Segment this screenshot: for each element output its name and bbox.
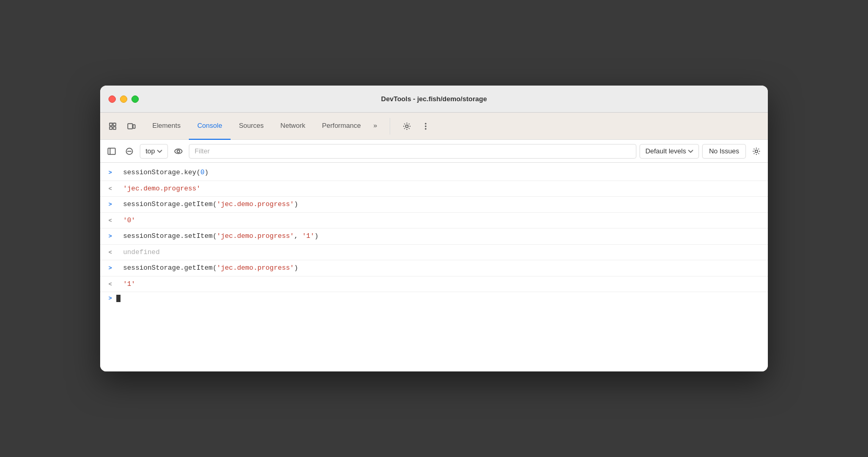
- console-line[interactable]: >sessionStorage.setItem('jec.demo.progre…: [100, 228, 768, 245]
- console-line[interactable]: <'jec.demo.progress': [100, 181, 768, 197]
- no-issues-button[interactable]: No Issues: [702, 144, 746, 159]
- levels-chevron-icon: [688, 150, 693, 153]
- console-output: >sessionStorage.key(0)<'jec.demo.progres…: [100, 163, 768, 371]
- console-line[interactable]: >sessionStorage.key(0): [100, 165, 768, 181]
- context-selector[interactable]: top: [140, 144, 168, 159]
- settings-button[interactable]: [399, 118, 415, 135]
- svg-rect-2: [110, 127, 112, 129]
- svg-rect-6: [133, 125, 135, 128]
- code-content: sessionStorage.getItem('jec.demo.progres…: [123, 263, 298, 273]
- svg-rect-3: [113, 127, 116, 129]
- clear-console-button[interactable]: [122, 144, 137, 159]
- console-line[interactable]: <'1': [100, 276, 768, 293]
- svg-point-17: [755, 150, 758, 152]
- close-button[interactable]: [108, 95, 116, 103]
- console-toolbar: top Default levels No Issues: [100, 140, 768, 163]
- cursor-prompt: >: [108, 295, 112, 302]
- svg-rect-5: [128, 124, 132, 129]
- console-line[interactable]: <undefined: [100, 245, 768, 261]
- tab-elements[interactable]: Elements: [144, 113, 189, 140]
- window-title: DevTools - jec.fish/demo/storage: [381, 95, 487, 103]
- tab-console[interactable]: Console: [189, 113, 231, 140]
- filter-input[interactable]: [189, 144, 636, 159]
- chevron-down-icon: [157, 150, 162, 153]
- console-cursor-line[interactable]: >: [100, 292, 768, 305]
- context-value: top: [146, 147, 155, 155]
- tab-sources[interactable]: Sources: [231, 113, 272, 140]
- code-content: sessionStorage.key(0): [123, 167, 209, 178]
- output-arrow: <: [108, 217, 119, 225]
- input-arrow: >: [108, 169, 119, 177]
- tab-bar-actions: [390, 118, 434, 135]
- levels-label: Default levels: [645, 147, 686, 155]
- sidebar-toggle-button[interactable]: [104, 144, 119, 159]
- code-content: sessionStorage.getItem('jec.demo.progres…: [123, 199, 298, 210]
- console-line[interactable]: <'0': [100, 213, 768, 229]
- code-content: sessionStorage.setItem('jec.demo.progres…: [123, 231, 319, 242]
- svg-rect-11: [108, 148, 115, 154]
- svg-point-8: [425, 123, 426, 124]
- cursor: [116, 295, 120, 302]
- tab-network[interactable]: Network: [272, 113, 314, 140]
- minimize-button[interactable]: [120, 95, 127, 103]
- more-options-button[interactable]: [417, 118, 434, 135]
- live-expressions-button[interactable]: [171, 144, 186, 159]
- no-issues-label: No Issues: [709, 147, 739, 155]
- console-line[interactable]: >sessionStorage.getItem('jec.demo.progre…: [100, 197, 768, 213]
- code-content: '1': [123, 279, 135, 290]
- tab-bar: Elements Console Sources Network Perform…: [100, 113, 768, 140]
- inspect-element-button[interactable]: [104, 118, 121, 135]
- title-bar: DevTools - jec.fish/demo/storage: [100, 86, 768, 113]
- output-arrow: <: [108, 280, 119, 289]
- maximize-button[interactable]: [131, 95, 139, 103]
- svg-point-7: [405, 125, 408, 127]
- traffic-lights: [108, 95, 139, 103]
- tab-performance[interactable]: Performance: [314, 113, 369, 140]
- log-levels-button[interactable]: Default levels: [640, 144, 699, 159]
- input-arrow: >: [108, 264, 119, 273]
- input-arrow: >: [108, 232, 119, 241]
- output-arrow: <: [108, 185, 119, 194]
- code-content: 'jec.demo.progress': [123, 184, 200, 194]
- input-arrow: >: [108, 200, 119, 209]
- console-settings-button[interactable]: [749, 144, 764, 159]
- svg-point-10: [425, 128, 426, 129]
- svg-point-16: [177, 150, 180, 152]
- code-content: undefined: [123, 247, 160, 258]
- device-toolbar-button[interactable]: [123, 118, 140, 135]
- devtools-window: DevTools - jec.fish/demo/storage: [100, 86, 768, 371]
- output-arrow: <: [108, 248, 119, 257]
- svg-point-9: [425, 125, 426, 127]
- tab-bar-left-icons: [104, 118, 140, 135]
- tab-more[interactable]: »: [369, 118, 381, 135]
- console-line[interactable]: >sessionStorage.getItem('jec.demo.progre…: [100, 260, 768, 276]
- code-content: '0': [123, 215, 135, 226]
